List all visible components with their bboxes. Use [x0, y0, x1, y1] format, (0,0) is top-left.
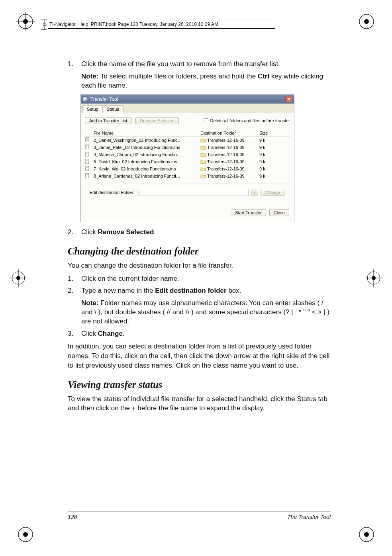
destination-folder: Transfers-12-16-09: [207, 145, 245, 150]
table-header: File Name Destination Folder Size: [85, 130, 290, 137]
document-icon: [85, 152, 90, 157]
file-name: 7_Kevin_Wu_02 Introducing Functions.tns: [94, 166, 200, 171]
destination-dropdown-button[interactable]: ▾: [251, 189, 258, 196]
step-text: box.: [227, 287, 241, 294]
document-icon: [85, 145, 90, 149]
step-number: 3.: [68, 329, 81, 339]
table-row[interactable]: 2_Daniel_Washington_02 Introducing Func……: [85, 137, 290, 144]
col-size: Size: [259, 131, 283, 135]
section-heading: Changing the destination folder: [68, 246, 331, 257]
print-header: TI-Navigator_Help_PRINT.book Page 128 Tu…: [48, 20, 275, 29]
transfer-tool-window: Transfer Tool ✕ Setup Status Add to Tran…: [80, 94, 294, 222]
close-button[interactable]: ✕: [285, 96, 292, 102]
window-titlebar: Transfer Tool ✕: [81, 95, 294, 104]
file-size: 9 k: [259, 138, 283, 143]
file-name: 5_David_Kim_02 Introducing Functions.tns: [94, 159, 200, 164]
checkbox-icon: [204, 118, 208, 123]
tab-setup[interactable]: Setup: [82, 105, 103, 113]
registration-mark-icon: [357, 525, 376, 544]
paragraph: You can change the destination folder fo…: [68, 261, 331, 270]
header-ornament-icon: [40, 18, 48, 30]
checkbox-label: Delete all folders and files before tran…: [210, 118, 290, 123]
file-size: 9 k: [259, 159, 283, 164]
svg-rect-28: [86, 159, 88, 161]
app-icon: [82, 96, 88, 102]
file-size: 9 k: [259, 152, 283, 157]
step-text: Click on the current folder name.: [81, 275, 179, 282]
destination-folder: Transfers-12-16-09: [207, 152, 245, 157]
svg-rect-26: [86, 152, 88, 153]
svg-rect-24: [86, 145, 88, 146]
svg-rect-32: [86, 174, 88, 175]
table-row[interactable]: 4_Mahesh_Chopra_02 Introducing Functio… …: [85, 151, 290, 158]
page-number: 128: [68, 514, 77, 520]
document-icon: [85, 173, 90, 178]
destination-folder: Transfers-12-16-09: [207, 174, 245, 178]
document-icon: [85, 166, 90, 171]
note-text: Folder names may use alphanumeric charac…: [81, 299, 329, 325]
file-name: 4_Mahesh_Chopra_02 Introducing Functio…: [94, 152, 200, 157]
ctrl-key: Ctrl: [258, 72, 269, 80]
folder-icon: [200, 174, 206, 178]
svg-point-7: [23, 532, 28, 537]
delete-before-transfer-checkbox[interactable]: Delete all folders and files before tran…: [204, 118, 290, 123]
add-to-transfer-list-button[interactable]: Add to Transfer List: [85, 117, 131, 124]
document-icon: [85, 137, 90, 142]
svg-rect-30: [86, 166, 88, 168]
step-number: 2.: [68, 286, 81, 326]
col-destination-folder: Destination Folder: [200, 131, 259, 135]
print-header-text: TI-Navigator_Help_PRINT.book Page 128 Tu…: [49, 22, 218, 27]
destination-folder: Transfers-12-16-09: [207, 159, 245, 164]
step-text: .: [123, 330, 125, 337]
file-size: 9 k: [259, 166, 283, 171]
step-text: Click: [81, 330, 98, 337]
step-bold: Edit destination folder: [155, 287, 226, 294]
remove-selected-button[interactable]: Remove Selected: [135, 117, 179, 124]
edit-destination-input[interactable]: /: [137, 189, 249, 196]
step-number: 1.: [68, 274, 81, 284]
folder-icon: [200, 145, 206, 150]
note-text: To select multiple files or folders, pre…: [98, 72, 257, 80]
file-name: 3_Jamal_Patel_02 Introducing Functions.t…: [94, 145, 200, 150]
note-label: Note:: [81, 72, 98, 80]
file-size: 9 k: [259, 174, 283, 178]
footer-text: The Transfer Tool: [287, 514, 331, 520]
table-row[interactable]: 5_David_Kim_02 Introducing Functions.tns…: [85, 158, 290, 165]
table-row[interactable]: 3_Jamal_Patel_02 Introducing Functions.t…: [85, 144, 290, 151]
step-bold: Remove Selected: [98, 228, 154, 236]
tab-status[interactable]: Status: [102, 105, 123, 113]
svg-rect-20: [86, 138, 88, 139]
step-number: 2.: [68, 228, 81, 237]
start-transfer-button[interactable]: Start Transfer: [231, 209, 266, 216]
tab-strip: Setup Status: [81, 104, 294, 113]
paragraph: To view the status of individual file tr…: [68, 394, 331, 413]
chevron-down-icon: ▾: [253, 190, 255, 194]
col-file-name: File Name: [94, 131, 200, 135]
note-label: Note:: [81, 299, 98, 307]
edit-destination-label: Edit destination Folder:: [90, 190, 135, 195]
folder-icon: [200, 152, 206, 157]
step-text: Click: [81, 228, 98, 236]
file-size: 9 k: [259, 145, 283, 150]
table-row[interactable]: 8_Ariana_Cardenas_02 Introducing Functi……: [85, 172, 290, 180]
destination-folder: Transfers-12-16-09: [207, 138, 245, 143]
svg-point-5: [364, 19, 369, 24]
close-button[interactable]: Close: [269, 209, 289, 216]
section-heading: Viewing transfer status: [68, 379, 331, 390]
step-bold: Change: [98, 330, 123, 337]
file-name: 2_Daniel_Washington_02 Introducing Func…: [94, 138, 200, 143]
svg-point-9: [364, 532, 369, 537]
change-button[interactable]: Change: [261, 189, 285, 196]
document-icon: [85, 159, 90, 164]
crosshair-icon: [9, 268, 28, 288]
paragraph: In addition, you can select a destinatio…: [68, 342, 331, 370]
step-text: Type a new name in the: [81, 287, 155, 294]
file-name: 8_Ariana_Cardenas_02 Introducing Functi…: [94, 174, 200, 178]
step-text: .: [154, 228, 156, 236]
registration-mark-icon: [16, 525, 35, 544]
folder-icon: [200, 166, 206, 171]
page-footer: 128 The Transfer Tool: [68, 511, 331, 520]
crosshair-icon: [364, 268, 383, 288]
registration-mark-icon: [16, 12, 35, 31]
table-row[interactable]: 7_Kevin_Wu_02 Introducing Functions.tns …: [85, 165, 290, 172]
